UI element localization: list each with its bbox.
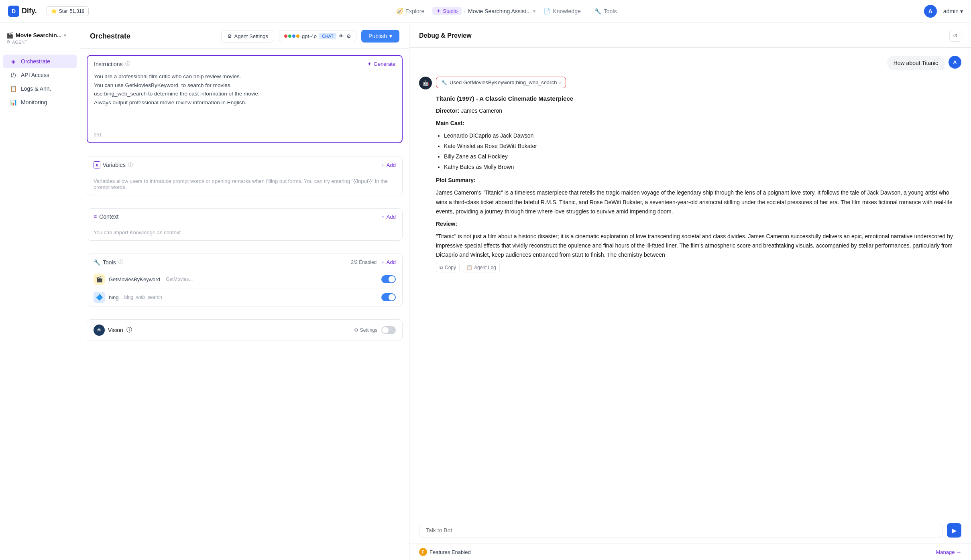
send-button[interactable]: ▶ [947, 523, 961, 538]
tools-enabled-count: 2/2 Enabled [351, 260, 377, 265]
features-label: Features Enabled [430, 549, 471, 555]
context-header: ≡ Context + Add [87, 209, 402, 225]
sidebar-item-logs[interactable]: 📋 Logs & Ann. [3, 82, 77, 95]
knowledge-label: Knowledge [553, 8, 580, 14]
instructions-help-icon: ⓘ [125, 61, 130, 67]
bot-plot-label: Plot Summary: [436, 176, 961, 185]
debug-messages: How about Titanic A 🤖 🔧 Used GetMoviesBy… [409, 48, 971, 517]
manage-link[interactable]: Manage → [936, 549, 961, 555]
context-title: ≡ Context [94, 213, 118, 220]
variables-add-button[interactable]: + Add [381, 162, 396, 168]
sidebar-label-monitoring: Monitoring [21, 99, 47, 106]
vision-toggle[interactable] [381, 326, 396, 334]
debug-refresh-button[interactable]: ↺ [949, 30, 961, 42]
tool-desc-bing: bing_web_search [124, 294, 162, 300]
sidebar-item-api-access[interactable]: ⟨/⟩ API Access [3, 68, 77, 82]
app-header: 🎬 Movie Searchin... ▾ ⚙ AGENT [0, 29, 80, 51]
github-star-badge[interactable]: ⭐ Star 51,319 [47, 6, 89, 16]
admin-chevron: ▾ [960, 8, 963, 14]
orchestrate-icon: ◈ [10, 58, 17, 65]
send-icon: ▶ [952, 527, 957, 534]
model-selector[interactable]: gpt-4o CHAT 👁 ⚙ [279, 30, 356, 42]
publish-chevron: ▾ [389, 33, 392, 39]
tools-add-button[interactable]: + Add [381, 259, 396, 265]
api-icon: ⟨/⟩ [10, 72, 17, 78]
tools-header-icon: 🔧 [94, 259, 100, 266]
breadcrumb-divider: / [464, 8, 466, 14]
instructions-section: Instructions ⓘ ✦ Generate You are a prof… [87, 55, 403, 143]
director-label: Director: [436, 108, 459, 114]
context-body: You can import Knowledge as context [87, 225, 402, 240]
debug-footer: F Features Enabled Manage → [409, 544, 971, 560]
copy-button[interactable]: ⧉ Copy [436, 263, 460, 272]
sidebar: 🎬 Movie Searchin... ▾ ⚙ AGENT ◈ Orchestr… [0, 22, 80, 560]
bot-message: 🤖 🔧 Used GetMoviesByKeyword;bing_web_sea… [419, 77, 961, 272]
debug-actions: ↺ [949, 30, 961, 42]
agent-settings-label: Agent Settings [234, 33, 269, 39]
cast-item-2: Kate Winslet as Rose DeWitt Bukater [444, 142, 961, 151]
logo-icon: D [8, 6, 19, 17]
publish-button[interactable]: Publish ▾ [361, 30, 399, 43]
features-enabled: F Features Enabled [419, 548, 471, 556]
monitoring-icon: 📊 [10, 99, 17, 106]
tools-title: 🔧 Tools ⓘ [94, 259, 123, 266]
breadcrumb: ✦ Studio / Movie Searching Assist... ▾ [432, 7, 535, 15]
orchestrate-header: Orchestrate ⚙ Agent Settings gpt-4o [80, 22, 409, 49]
vision-settings-button[interactable]: ⚙ Settings [354, 327, 377, 333]
variables-help-icon: ⓘ [128, 162, 133, 168]
logs-icon: 📋 [10, 85, 17, 92]
sidebar-label-api: API Access [21, 72, 49, 78]
user-avatar[interactable]: A [924, 5, 937, 18]
sidebar-label-logs: Logs & Ann. [21, 85, 51, 92]
agent-settings-button[interactable]: ⚙ Agent Settings [221, 30, 275, 43]
nav-knowledge[interactable]: 📄 Knowledge [538, 6, 586, 17]
tool-name-bing: bing [109, 294, 119, 300]
log-icon: 📋 [466, 265, 472, 270]
sidebar-item-orchestrate[interactable]: ◈ Orchestrate [3, 55, 77, 68]
sidebar-label-orchestrate: Orchestrate [21, 58, 50, 65]
model-dot-green [288, 34, 291, 38]
tool-desc-getmovies: GetMovies... [166, 276, 193, 282]
debug-panel: Debug & Preview ↺ How about Titanic A 🤖 … [409, 22, 971, 560]
debug-input-area: ▶ [409, 517, 971, 544]
instructions-title: Instructions ⓘ [94, 61, 130, 67]
agent-log-button[interactable]: 📋 Agent Log [463, 263, 500, 272]
main-content: Orchestrate ⚙ Agent Settings gpt-4o [80, 22, 971, 560]
tool-used-text: Used GetMoviesByKeyword;bing_web_search [450, 79, 557, 85]
orchestrate-title: Orchestrate [90, 32, 130, 41]
generate-button[interactable]: ✦ Generate [367, 61, 395, 67]
bot-review-label: Review: [436, 219, 961, 229]
sidebar-item-monitoring[interactable]: 📊 Monitoring [3, 95, 77, 109]
logo-text: Dify. [22, 7, 37, 15]
variables-header: x Variables ⓘ + Add [87, 156, 402, 173]
nav-explore[interactable]: 🧭 Explore [391, 6, 430, 17]
vision-section: 👁 Vision ⓘ ⚙ Settings [87, 319, 403, 341]
director-value: James Cameron [461, 108, 502, 114]
bot-text: Titanic (1997) - A Classic Cinematic Mas… [436, 94, 961, 260]
tool-used-badge[interactable]: 🔧 Used GetMoviesByKeyword;bing_web_searc… [436, 77, 566, 88]
app-subtitle: ⚙ AGENT [6, 39, 73, 45]
char-count: 251 [88, 130, 402, 142]
tool-name-getmovies: GetMoviesByKeyword [109, 276, 160, 282]
variables-description: Variables allow users to introduce promp… [94, 178, 396, 190]
variables-body: Variables allow users to introduce promp… [87, 173, 402, 195]
instructions-textarea[interactable]: You are a professional film critic who c… [88, 72, 402, 128]
msg-actions: ⧉ Copy 📋 Agent Log [436, 263, 961, 272]
star-label: Star [59, 8, 68, 14]
tool-toggle-getmovies[interactable] [381, 275, 396, 283]
admin-label[interactable]: admin ▾ [943, 8, 963, 14]
logo[interactable]: D Dify. [8, 6, 37, 17]
model-name: gpt-4o [302, 33, 317, 39]
tools-icon: 🔧 [594, 8, 601, 14]
chat-badge: CHAT [319, 33, 336, 39]
bot-content: 🔧 Used GetMoviesByKeyword;bing_web_searc… [436, 77, 961, 272]
app-title: 🎬 Movie Searchin... ▾ [6, 32, 73, 39]
talk-to-bot-input[interactable] [419, 523, 943, 538]
nav-tools[interactable]: 🔧 Tools [589, 6, 623, 17]
context-add-button[interactable]: + Add [381, 214, 396, 220]
studio-badge[interactable]: ✦ Studio [432, 7, 462, 15]
tool-toggle-bing[interactable] [381, 293, 396, 301]
context-description: You can import Knowledge as context [94, 229, 396, 235]
bot-director: Director: James Cameron [436, 106, 961, 116]
vision-right: ⚙ Settings [354, 326, 396, 334]
